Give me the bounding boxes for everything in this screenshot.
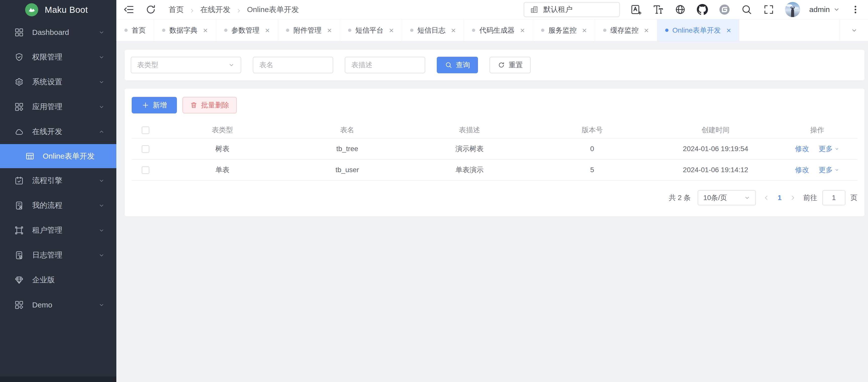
- row-checkbox[interactable]: [142, 145, 149, 153]
- column-header-actions: 操作: [777, 122, 858, 138]
- tab-close-icon[interactable]: ×: [451, 26, 456, 34]
- user-menu[interactable]: admin: [809, 5, 840, 14]
- table-type-input[interactable]: [137, 61, 228, 69]
- tab-1[interactable]: 数据字典×: [154, 19, 216, 41]
- font-size-icon[interactable]: [652, 4, 664, 15]
- column-header-desc: 表描述: [409, 122, 530, 138]
- tab-dot: [665, 29, 669, 32]
- sidebar-menu: Dashboard权限管理系统设置应用管理在线开发Online表单开发流程引擎我…: [0, 19, 116, 317]
- more-link[interactable]: 更多: [819, 144, 839, 153]
- edit-link[interactable]: 修改: [795, 144, 809, 153]
- refresh-icon[interactable]: [145, 4, 157, 15]
- pager: 1: [763, 194, 796, 202]
- sidebar-item-workflow[interactable]: 流程引擎: [0, 168, 116, 193]
- more-options-icon[interactable]: [850, 4, 861, 14]
- building-icon: [530, 5, 539, 14]
- sidebar-item-online-dev[interactable]: 在线开发: [0, 119, 116, 144]
- tab-4[interactable]: 短信平台×: [340, 19, 402, 41]
- gear-icon: [14, 77, 24, 87]
- cell-name: tb_tree: [285, 138, 409, 160]
- gitee-icon[interactable]: [719, 4, 730, 15]
- tab-list-dropdown[interactable]: [840, 19, 868, 41]
- cloud-icon: [14, 127, 24, 137]
- github-icon[interactable]: [696, 4, 708, 15]
- tab-0[interactable]: 首页: [116, 19, 154, 41]
- breadcrumb-home[interactable]: 首页: [168, 4, 184, 15]
- cell-version: 5: [530, 160, 654, 180]
- chevron-down-icon: [98, 302, 105, 308]
- table-card: 新增 批量删除 表类型: [125, 89, 865, 216]
- breadcrumb-online-dev[interactable]: 在线开发: [200, 4, 230, 15]
- select-all-checkbox[interactable]: [142, 127, 149, 134]
- search-icon[interactable]: [741, 4, 752, 15]
- table-desc-field: [345, 57, 425, 73]
- tab-3[interactable]: 附件管理×: [278, 19, 340, 41]
- chevron-down-icon: [98, 252, 105, 258]
- globe-icon[interactable]: [675, 4, 686, 15]
- tab-close-icon[interactable]: ×: [520, 26, 525, 34]
- tenant-select[interactable]: 默认租户: [524, 2, 620, 17]
- sidebar-item-logs[interactable]: 日志管理: [0, 243, 116, 268]
- tab-6[interactable]: 代码生成器×: [464, 19, 533, 41]
- tab-close-icon[interactable]: ×: [582, 26, 587, 34]
- fullscreen-icon[interactable]: [763, 4, 775, 15]
- sidebar-item-dashboard[interactable]: Dashboard: [0, 20, 116, 45]
- table-name-field: [253, 57, 333, 73]
- table-desc-input[interactable]: [351, 61, 419, 69]
- current-page[interactable]: 1: [778, 194, 781, 202]
- prev-page-icon[interactable]: [763, 195, 770, 201]
- page-size-select[interactable]: 10条/页: [698, 190, 756, 205]
- table-icon: [25, 151, 35, 161]
- tab-dot: [541, 29, 544, 32]
- sidebar-item-application[interactable]: 应用管理: [0, 94, 116, 119]
- edit-link[interactable]: 修改: [795, 165, 809, 175]
- app-logo[interactable]: Maku Boot: [0, 0, 116, 19]
- translate-icon[interactable]: [630, 4, 642, 15]
- batch-delete-button[interactable]: 批量删除: [182, 97, 237, 113]
- tab-close-icon[interactable]: ×: [327, 26, 332, 34]
- tab-close-icon[interactable]: ×: [265, 26, 270, 34]
- tab-close-icon[interactable]: ×: [726, 26, 731, 34]
- tab-9[interactable]: Online表单开发×: [657, 19, 740, 41]
- next-page-icon[interactable]: [789, 195, 796, 201]
- table-type-select[interactable]: [131, 57, 241, 73]
- tab-7[interactable]: 服务监控×: [533, 19, 595, 41]
- search-icon: [445, 61, 452, 69]
- sidebar-item-tenant[interactable]: 租户管理: [0, 218, 116, 243]
- table-name-input[interactable]: [259, 61, 327, 69]
- tab-close-icon[interactable]: ×: [203, 26, 208, 34]
- app-title: Maku Boot: [45, 5, 88, 15]
- sidebar-item-system[interactable]: 系统设置: [0, 70, 116, 94]
- tab-close-icon[interactable]: ×: [389, 26, 394, 34]
- row-checkbox[interactable]: [142, 166, 149, 174]
- column-header-type: 表类型: [159, 122, 286, 138]
- tab-8[interactable]: 缓存监控×: [595, 19, 657, 41]
- avatar[interactable]: [785, 2, 800, 17]
- reset-button[interactable]: 重置: [490, 57, 531, 73]
- sidebar-item-enterprise[interactable]: 企业版: [0, 268, 116, 292]
- main-area: 首页 在线开发 Online表单开发 默认租户: [116, 0, 868, 382]
- sidebar-item-my-flow[interactable]: 我的流程: [0, 193, 116, 218]
- tabbar: 首页数据字典×参数管理×附件管理×短信平台×短信日志×代码生成器×服务监控×缓存…: [116, 19, 868, 41]
- tab-2[interactable]: 参数管理×: [216, 19, 278, 41]
- add-button[interactable]: 新增: [132, 97, 177, 113]
- tab-5[interactable]: 短信日志×: [402, 19, 464, 41]
- sidebar-item-permission[interactable]: 权限管理: [0, 45, 116, 70]
- tab-dot: [124, 29, 128, 32]
- chevron-down-icon: [98, 54, 105, 61]
- tab-close-icon[interactable]: ×: [644, 26, 649, 34]
- more-link[interactable]: 更多: [819, 165, 839, 175]
- shield-icon: [14, 52, 24, 62]
- column-header-name: 表名: [285, 122, 409, 138]
- cell-name: tb_user: [285, 160, 409, 180]
- sidebar-item-demo[interactable]: Demo: [0, 292, 116, 317]
- plus-icon: [142, 101, 149, 109]
- search-button[interactable]: 查询: [437, 57, 478, 73]
- sidebar-item-online-form[interactable]: Online表单开发: [0, 144, 116, 168]
- user-name: admin: [809, 5, 830, 14]
- goto-page-input[interactable]: [822, 190, 845, 205]
- sidebar-collapse-icon[interactable]: [123, 4, 134, 15]
- apps-icon: [14, 300, 24, 310]
- gem-icon: [14, 275, 24, 285]
- content: 查询 重置 新增 批量删除: [116, 41, 868, 382]
